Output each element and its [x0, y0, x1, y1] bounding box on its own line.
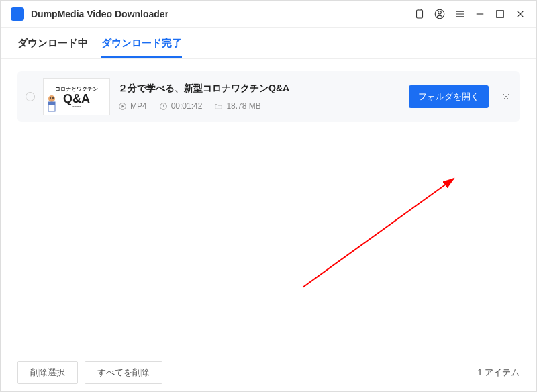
minimize-icon[interactable] — [474, 8, 486, 20]
clock-icon — [159, 102, 168, 111]
thumb-line2: Q&A — [63, 93, 90, 105]
app-title: DumpMedia Video Downloader — [31, 9, 413, 19]
item-count: 1 アイテム — [477, 366, 520, 379]
svg-point-5 — [50, 97, 51, 99]
window-controls — [413, 8, 526, 20]
folder-icon — [214, 102, 223, 111]
select-radio[interactable] — [26, 92, 35, 101]
remove-item-icon[interactable] — [501, 91, 511, 102]
svg-line-11 — [303, 179, 454, 287]
svg-rect-3 — [497, 10, 504, 17]
download-item: コロナとワクチン Q&A ▪▪▪▪▪▪▪▪▪ ２分で学べる、新型コロナワクチンQ… — [17, 71, 520, 122]
titlebar: DumpMedia Video Downloader — [1, 1, 536, 28]
menu-icon[interactable] — [454, 8, 466, 20]
meta-duration: 00:01:42 — [159, 101, 203, 111]
duration-value: 00:01:42 — [171, 101, 203, 111]
app-logo-icon — [11, 7, 24, 21]
item-title: ２分で学べる、新型コロナワクチンQ&A — [118, 83, 401, 95]
open-folder-button[interactable]: フォルダを開く — [409, 85, 489, 108]
item-info: ２分で学べる、新型コロナワクチンQ&A MP4 00:01:42 18.78 M… — [118, 83, 401, 111]
meta-size: 18.78 MB — [214, 101, 260, 111]
footer: 削除選択 すべてを削除 1 アイテム — [1, 354, 536, 391]
thumbnail: コロナとワクチン Q&A ▪▪▪▪▪▪▪▪▪ — [43, 78, 110, 115]
svg-rect-8 — [48, 102, 55, 105]
tabs: ダウンロード中 ダウンロード完了 — [1, 28, 536, 59]
play-icon — [118, 102, 127, 111]
svg-rect-0 — [417, 10, 423, 18]
close-icon[interactable] — [514, 8, 526, 20]
tab-downloading[interactable]: ダウンロード中 — [17, 28, 88, 58]
svg-point-4 — [48, 95, 55, 102]
user-icon[interactable] — [434, 8, 446, 20]
maximize-icon[interactable] — [494, 8, 506, 20]
size-value: 18.78 MB — [226, 101, 260, 111]
tab-completed[interactable]: ダウンロード完了 — [101, 28, 182, 58]
thumb-line3: ▪▪▪▪▪▪▪▪▪ — [72, 105, 81, 108]
content-area: コロナとワクチン Q&A ▪▪▪▪▪▪▪▪▪ ２分で学べる、新型コロナワクチンQ… — [1, 59, 536, 350]
annotation-arrow — [296, 173, 464, 291]
meta-format: MP4 — [118, 101, 147, 111]
delete-selected-button[interactable]: 削除選択 — [17, 361, 78, 384]
format-value: MP4 — [130, 101, 147, 111]
svg-point-2 — [438, 11, 442, 14]
svg-point-6 — [52, 97, 54, 99]
delete-all-button[interactable]: すべてを削除 — [85, 361, 162, 384]
item-meta: MP4 00:01:42 18.78 MB — [118, 101, 401, 111]
clipboard-icon[interactable] — [413, 8, 426, 20]
